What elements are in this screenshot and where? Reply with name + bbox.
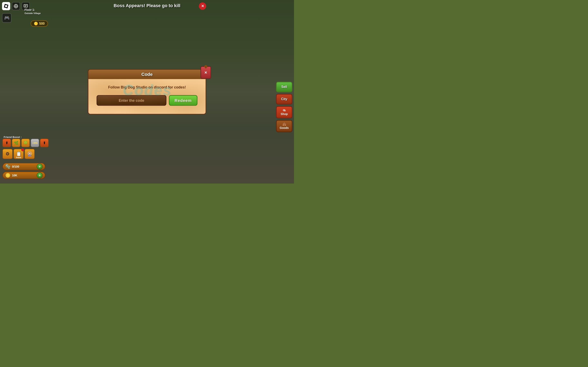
boost-leaf[interactable]: 🌿 [12,139,20,147]
boost-up-left[interactable]: ⬆ [2,139,11,147]
settings-icon-btn[interactable]: ⚙ [2,149,13,159]
shop-button[interactable]: 🛍 Shop [276,106,292,118]
bottom-icon-row: ⚙ 📋 Index 🎡 [2,149,35,159]
right-button-group: Sell City 🛍 Shop 👜 Goods [276,82,293,132]
health-icon: 🫧 [5,164,10,169]
modal-title-bar: Code [88,69,206,79]
wheel-icon-btn[interactable]: 🎡 [25,149,35,159]
health-value: 0/100 [12,165,35,168]
boost-clover[interactable]: 🍀 [21,139,30,147]
code-modal: × Code Follow Big Dog Studio on discord … [88,69,206,115]
shop-icon: 🛍 [283,109,286,112]
boost-percent[interactable]: +0% [31,139,39,147]
friend-boost-label: Friend Boost : [4,136,22,139]
redeem-button[interactable]: Redeem [169,95,198,106]
modal-title: Code [141,72,153,77]
close-notification-btn[interactable]: ✕ [199,2,206,10]
modal-description: Follow Big Dog Studio on discord for cod… [96,85,198,90]
roblox-icon[interactable] [2,2,10,10]
gold-counter: 🟡 500 [31,20,48,27]
svg-rect-7 [24,4,27,7]
index-icon-btn[interactable]: 📋 Index [13,149,24,159]
top-notification: Boss Appears! Please go to kill [114,3,181,8]
modal-body: Follow Big Dog Studio on discord for cod… [88,79,206,115]
goods-button[interactable]: 👜 Goods [276,120,292,132]
city-button[interactable]: City [276,94,292,104]
modal-input-row: Redeem [96,95,198,106]
crosshair-icon-btn[interactable] [12,2,20,10]
coin-plus-btn[interactable]: + [37,173,43,178]
goods-icon: 👜 [283,123,286,126]
close-x-icon: × [205,70,207,75]
goods-label: Goods [280,126,289,129]
controller-icon[interactable]: 🎮 [2,13,11,23]
code-input[interactable] [96,95,166,106]
coin-icon: 🪙 [5,173,10,178]
coin-value: 10K [12,174,35,177]
notification-dot [21,149,24,151]
coin-bar[interactable]: 🪙 10K + [2,172,45,179]
health-plus-btn[interactable]: + [37,164,43,169]
modal-close-button[interactable]: × [200,66,211,79]
floor-text: Floor 1: Outside Village [25,8,41,15]
sell-button[interactable]: Sell [276,82,292,92]
health-bar[interactable]: 🫧 0/100 + [2,163,45,170]
boost-bar: ⬆ 🌿 🍀 +0% ⬆ [2,139,49,147]
gold-amount: 500 [39,22,45,25]
boost-up-right[interactable]: ⬆ [40,139,49,147]
shop-label: Shop [281,112,288,116]
gold-icon: 🟡 [34,22,38,25]
svg-point-6 [16,6,16,7]
